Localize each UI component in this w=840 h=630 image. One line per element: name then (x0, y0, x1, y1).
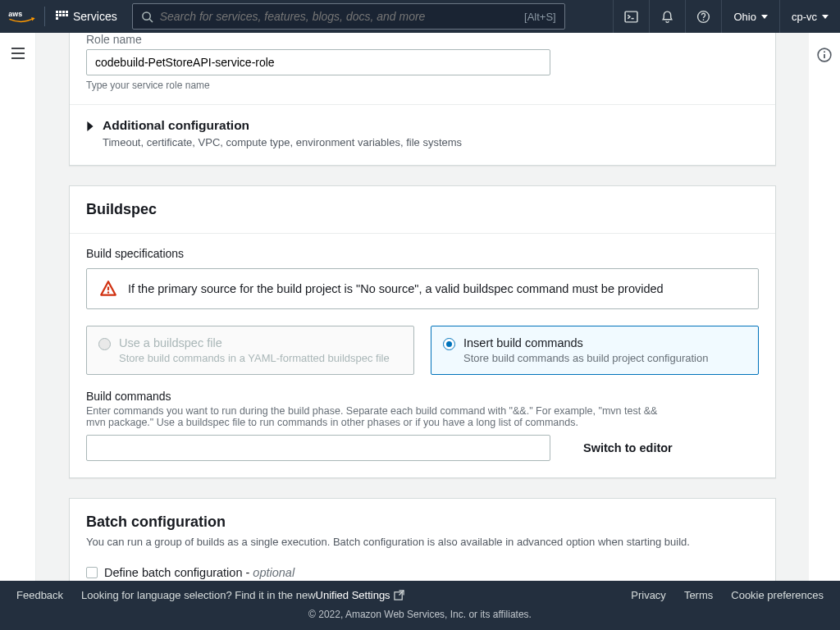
batch-config-panel: Batch configuration You can run a group … (69, 498, 776, 581)
build-commands-row: Switch to editor (86, 435, 759, 461)
sidebar-toggle-bar (0, 33, 36, 581)
role-name-input[interactable] (86, 49, 550, 75)
footer: Feedback Looking for language selection?… (0, 581, 840, 630)
batch-checkbox[interactable] (86, 567, 98, 578)
services-menu-button[interactable]: Services (45, 0, 127, 33)
batch-label-text: Define batch configuration - (104, 566, 253, 579)
copyright: © 2022, Amazon Web Services, Inc. or its… (0, 609, 840, 620)
search-input[interactable] (160, 10, 524, 23)
region-label: Ohio (733, 11, 756, 23)
additional-config-subtitle: Timeout, certificate, VPC, compute type,… (103, 136, 462, 148)
grid-icon (55, 10, 68, 23)
notifications-button[interactable] (649, 0, 685, 33)
divider (70, 104, 775, 105)
help-icon (696, 10, 710, 24)
caret-down-icon (822, 15, 829, 19)
unified-settings-text: Unified Settings (316, 589, 390, 601)
buildspec-header: Buildspec (70, 186, 775, 234)
svg-rect-3 (626, 11, 638, 22)
tile-use-buildspec-file: Use a buildspec file Store build command… (86, 326, 414, 375)
svg-point-6 (703, 19, 705, 21)
cloudshell-button[interactable] (613, 0, 649, 33)
additional-config-title: Additional configuration (103, 118, 462, 133)
warning-icon (100, 281, 116, 297)
hamburger-icon (11, 48, 25, 59)
account-label: cp-vc (792, 11, 817, 23)
search-shortcut-label: [Alt+S] (524, 11, 556, 23)
aws-logo[interactable]: aws (0, 8, 44, 25)
services-label: Services (73, 10, 117, 23)
build-commands-label: Build commands (86, 390, 759, 403)
batch-optional-text: optional (253, 566, 294, 579)
tile-cmd-title: Insert build commands (463, 336, 708, 349)
environment-panel: Role name Type your service role name Ad… (69, 33, 776, 166)
region-selector[interactable]: Ohio (721, 0, 778, 33)
bell-icon (660, 10, 674, 24)
info-panel-toggle (809, 33, 840, 67)
buildspec-heading: Buildspec (86, 201, 759, 218)
account-menu[interactable]: cp-vc (779, 0, 840, 33)
nav-right: Ohio cp-vc (613, 0, 840, 33)
build-commands-input[interactable] (86, 435, 550, 461)
search-icon (141, 11, 153, 23)
batch-checkbox-label: Define batch configuration - optional (104, 566, 294, 579)
global-nav: aws Services [Alt+S] Ohio (0, 0, 840, 33)
batch-config-subtitle: You can run a group of builds as a singl… (86, 536, 759, 548)
feedback-link[interactable]: Feedback (16, 589, 63, 601)
main-scroll-area[interactable]: Role name Type your service role name Ad… (36, 33, 809, 581)
buildspec-tiles: Use a buildspec file Store build command… (86, 326, 759, 375)
unified-settings-link[interactable]: Unified Settings (316, 589, 404, 601)
help-button[interactable] (685, 0, 721, 33)
batch-config-heading: Batch configuration (86, 514, 759, 531)
caret-down-icon (761, 15, 768, 19)
batch-define-row[interactable]: Define batch configuration - optional (86, 559, 759, 579)
tile-file-title: Use a buildspec file (119, 336, 390, 349)
sidebar-toggle-button[interactable] (11, 48, 25, 581)
svg-line-16 (399, 590, 404, 595)
info-icon[interactable] (817, 48, 832, 62)
external-link-icon (394, 590, 404, 600)
svg-point-14 (107, 291, 109, 293)
tile-cmd-desc: Store build commands as build project co… (463, 352, 708, 364)
caret-right-icon (86, 121, 94, 131)
switch-to-editor-link[interactable]: Switch to editor (583, 441, 673, 454)
radio-icon (443, 338, 455, 350)
privacy-link[interactable]: Privacy (631, 589, 666, 601)
role-name-helper: Type your service role name (86, 80, 759, 91)
buildspec-warning: If the primary source for the build proj… (86, 268, 759, 309)
tile-insert-build-commands[interactable]: Insert build commands Store build comman… (431, 326, 759, 375)
svg-point-1 (143, 11, 150, 19)
role-name-label: Role name (86, 33, 759, 46)
lang-prompt: Looking for language selection? Find it … (81, 589, 315, 601)
buildspec-warning-text: If the primary source for the build proj… (128, 282, 664, 295)
global-search: [Alt+S] (127, 1, 570, 32)
build-spec-label: Build specifications (86, 247, 759, 260)
cloudshell-icon (624, 10, 638, 24)
radio-icon (98, 338, 111, 350)
svg-point-11 (824, 51, 825, 52)
buildspec-panel: Buildspec Build specifications If the pr… (69, 185, 776, 478)
terms-link[interactable]: Terms (684, 589, 713, 601)
svg-line-2 (149, 19, 153, 22)
svg-text:aws: aws (8, 10, 22, 18)
tile-file-desc: Store build commands in a YAML-formatted… (119, 352, 390, 364)
cookie-preferences-link[interactable]: Cookie preferences (731, 589, 824, 601)
search-box[interactable]: [Alt+S] (132, 3, 565, 30)
additional-config-toggle[interactable]: Additional configuration Timeout, certif… (86, 118, 759, 148)
build-commands-help: Enter commands you want to run during th… (86, 405, 677, 428)
